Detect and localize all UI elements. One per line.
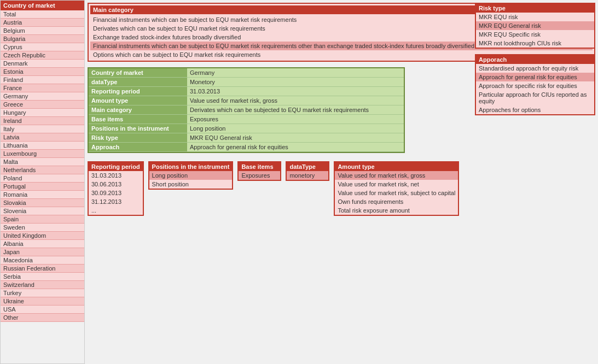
table-value: Monetory: [187, 78, 404, 87]
amount-type-item[interactable]: Own funds requirements: [335, 197, 458, 206]
approach-item[interactable]: Standardised approach for equity risk: [476, 64, 594, 73]
sidebar-item[interactable]: Albania: [1, 240, 84, 248]
data-type-item[interactable]: monetory: [287, 171, 328, 180]
sidebar-item[interactable]: Russian Federation: [1, 265, 84, 273]
sidebar-header: Country of market: [1, 1, 84, 10]
sidebar-item[interactable]: Bulgaria: [1, 35, 84, 43]
amount-type-box: Amount type Value used for market risk, …: [334, 161, 459, 216]
sidebar-item[interactable]: France: [1, 84, 84, 92]
sidebar-item[interactable]: Belgium: [1, 27, 84, 35]
amount-type-items: Value used for market risk, grossValue u…: [335, 171, 458, 215]
sidebar-item[interactable]: Japan: [1, 248, 84, 256]
sidebar-item[interactable]: Germany: [1, 92, 84, 101]
table-row: Base itemsExposures: [89, 115, 404, 124]
sidebar-item[interactable]: Macedonia: [1, 256, 84, 265]
positions-instrument-item[interactable]: Short position: [149, 180, 233, 189]
risk-type-item[interactable]: MKR not lookthrough CIUs risk: [476, 39, 594, 48]
amount-type-item[interactable]: Value used for market risk, gross: [335, 171, 458, 180]
risk-type-item[interactable]: MKR EQU General risk: [476, 21, 594, 30]
positions-instrument-box: Positions in the instrument Long positio…: [148, 161, 234, 190]
reporting-period-item[interactable]: 31.12.2013: [89, 197, 143, 206]
sidebar-item[interactable]: USA: [1, 306, 84, 314]
risk-type-panel: Risk type MKR EQU riskMKR EQU General ri…: [475, 3, 595, 49]
sidebar-item[interactable]: Other: [1, 314, 84, 322]
table-label: Amount type: [89, 96, 187, 105]
sidebar-item[interactable]: Cyprus: [1, 43, 84, 51]
data-type-box: dataType monetory: [286, 161, 329, 181]
table-value: Germany: [187, 68, 404, 78]
sidebar-item[interactable]: Luxembourg: [1, 150, 84, 158]
table-label: dataType: [89, 78, 187, 87]
base-items-item[interactable]: Exposures: [239, 171, 280, 180]
sidebar-item[interactable]: Ireland: [1, 117, 84, 125]
approach-item[interactable]: Particular approach for CIUs reported as…: [476, 90, 594, 105]
table-value: Derivates which can be subjected to EQU …: [187, 105, 404, 115]
sidebar-item[interactable]: Portugal: [1, 183, 84, 191]
sidebar-item[interactable]: Finland: [1, 76, 84, 84]
sidebar-item[interactable]: Italy: [1, 125, 84, 133]
sidebar-item[interactable]: Malta: [1, 158, 84, 166]
sidebar-item[interactable]: Austria: [1, 19, 84, 27]
sidebar: Country of market TotalAustriaBelgiumBul…: [0, 0, 85, 364]
sidebar-item[interactable]: Lithuania: [1, 142, 84, 150]
positions-instrument-header: Positions in the instrument: [149, 162, 233, 171]
table-row: Amount typeValue used for market risk, g…: [89, 96, 404, 105]
reporting-period-item[interactable]: 30.09.2013: [89, 189, 143, 197]
approach-items: Standardised approach for equity riskApp…: [476, 64, 594, 114]
content-area: Main category Financial instruments whic…: [85, 0, 598, 364]
approach-item[interactable]: Approaches for options: [476, 105, 594, 114]
risk-type-item[interactable]: MKR EQU risk: [476, 13, 594, 21]
reporting-period-header: Reporting period: [89, 162, 143, 171]
approach-item[interactable]: Approach for general risk for equities: [476, 73, 594, 81]
sidebar-item[interactable]: Netherlands: [1, 166, 84, 174]
base-items-box: Base items Exposures: [237, 161, 281, 181]
sidebar-item[interactable]: Poland: [1, 174, 84, 183]
positions-instrument-item[interactable]: Long position: [149, 171, 233, 180]
amount-type-item[interactable]: Total risk exposure amount: [335, 206, 458, 215]
base-items-items: Exposures: [239, 171, 280, 180]
reporting-period-item[interactable]: 31.03.2013: [89, 171, 143, 180]
sidebar-item[interactable]: Sweden: [1, 224, 84, 232]
sidebar-item[interactable]: Czech Republic: [1, 51, 84, 60]
sidebar-items: TotalAustriaBelgiumBulgariaCyprusCzech R…: [1, 10, 84, 322]
risk-type-item[interactable]: MKR EQU Specific risk: [476, 30, 594, 39]
sidebar-item[interactable]: Denmark: [1, 60, 84, 68]
table-label: Main category: [89, 105, 187, 115]
table-row: ApproachApproach for general risk for eq…: [89, 143, 404, 152]
sidebar-item[interactable]: Turkey: [1, 289, 84, 297]
sidebar-item[interactable]: Ukraine: [1, 297, 84, 306]
sidebar-item[interactable]: Switzerland: [1, 281, 84, 289]
data-type-items: monetory: [287, 171, 328, 180]
approach-panel: Apporach Standardised approach for equit…: [475, 54, 595, 115]
amount-type-header: Amount type: [335, 162, 458, 171]
approach-item[interactable]: Approach for specific risk for equities: [476, 81, 594, 90]
main-container: Country of market TotalAustriaBelgiumBul…: [0, 0, 598, 364]
detail-table-rows: Country of marketGermanydataTypeMonetory…: [89, 68, 404, 152]
sidebar-item[interactable]: Total: [1, 10, 84, 19]
sidebar-item[interactable]: Serbia: [1, 273, 84, 281]
sidebar-item[interactable]: Spain: [1, 215, 84, 224]
detail-table: Country of marketGermanydataTypeMonetory…: [88, 67, 405, 153]
table-value: 31.03.2013: [187, 87, 404, 96]
table-row: Risk typeMKR EQU General risk: [89, 133, 404, 143]
amount-type-item[interactable]: Value used for market risk, net: [335, 180, 458, 189]
table-value: Approach for general risk for equities: [187, 143, 404, 152]
sidebar-item[interactable]: Slovakia: [1, 199, 84, 207]
reporting-period-item[interactable]: ...: [89, 206, 143, 215]
sidebar-item[interactable]: United Kingdom: [1, 232, 84, 240]
table-value: Long position: [187, 124, 404, 133]
table-row: Reporting period31.03.2013: [89, 87, 404, 96]
table-value: MKR EQU General risk: [187, 133, 404, 143]
right-panels: Risk type MKR EQU riskMKR EQU General ri…: [475, 3, 595, 121]
sidebar-item[interactable]: Greece: [1, 101, 84, 109]
reporting-period-item[interactable]: 30.06.2013: [89, 180, 143, 189]
amount-type-item[interactable]: Value used for market risk, subject to c…: [335, 189, 458, 197]
table-value: Exposures: [187, 115, 404, 124]
sidebar-item[interactable]: Slovenia: [1, 207, 84, 215]
sidebar-item[interactable]: Hungary: [1, 109, 84, 117]
sidebar-item[interactable]: Romania: [1, 191, 84, 199]
sidebar-item[interactable]: Estonia: [1, 68, 84, 76]
risk-type-items: MKR EQU riskMKR EQU General riskMKR EQU …: [476, 13, 594, 48]
table-row: Country of marketGermany: [89, 68, 404, 78]
sidebar-item[interactable]: Latvia: [1, 133, 84, 142]
